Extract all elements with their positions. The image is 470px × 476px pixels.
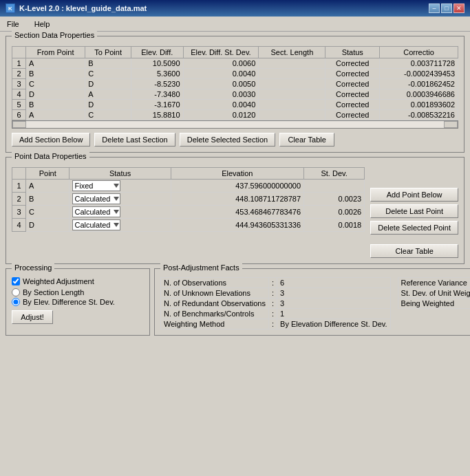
pt-col-status: Status bbox=[70, 168, 171, 180]
point-elevation[interactable]: 437.596000000000 bbox=[171, 180, 303, 193]
section-to[interactable]: D bbox=[85, 79, 131, 89]
delete-last-point-button[interactable]: Delete Last Point bbox=[370, 204, 458, 218]
section-to[interactable]: A bbox=[85, 89, 131, 100]
postadj-group: Post-Adjustment Facts N. of Observations… bbox=[154, 268, 470, 336]
section-correction[interactable]: 0.003711728 bbox=[380, 58, 458, 69]
point-status-cell[interactable]: FixedCalculated bbox=[70, 180, 171, 193]
delete-selected-section-button[interactable]: Delete Selected Section bbox=[180, 133, 275, 147]
section-from[interactable]: B bbox=[26, 100, 85, 110]
section-from[interactable]: A bbox=[26, 110, 85, 120]
postadj-value: 3 bbox=[277, 299, 391, 309]
delete-last-section-button[interactable]: Delete Last Section bbox=[94, 133, 175, 147]
point-status-select[interactable]: FixedCalculated bbox=[72, 206, 120, 217]
point-elevation[interactable]: 448.108711728787 bbox=[171, 193, 303, 206]
section-elev-std[interactable]: 0.0050 bbox=[183, 79, 259, 89]
section-sect-len[interactable] bbox=[259, 110, 325, 120]
section-to[interactable]: B bbox=[85, 58, 131, 69]
section-elev-diff[interactable]: 5.3600 bbox=[131, 69, 184, 79]
section-elev-std[interactable]: 0.0040 bbox=[183, 69, 259, 79]
section-table-row[interactable]: 6 A C 15.8810 0.0120 Corrected -0.008532… bbox=[12, 110, 458, 120]
by-elev-diff-radio[interactable] bbox=[12, 298, 20, 306]
col-header-to: To Point bbox=[85, 47, 131, 58]
section-elev-std[interactable]: 0.0030 bbox=[183, 89, 259, 100]
section-elev-std[interactable]: 0.0120 bbox=[183, 110, 259, 120]
point-table-row[interactable]: 2 B FixedCalculated 448.108711728787 0.0… bbox=[12, 193, 365, 206]
point-std[interactable]: 0.0026 bbox=[304, 206, 365, 219]
minimize-button[interactable]: – bbox=[429, 3, 440, 13]
section-correction[interactable]: -0.001862452 bbox=[380, 79, 458, 89]
point-name[interactable]: A bbox=[26, 180, 70, 193]
point-std[interactable] bbox=[304, 180, 365, 193]
postadj-colon: : bbox=[268, 309, 277, 319]
section-from[interactable]: B bbox=[26, 69, 85, 79]
point-elevation[interactable]: 444.943605331336 bbox=[171, 219, 303, 232]
point-std[interactable]: 0.0018 bbox=[304, 219, 365, 232]
point-std[interactable]: 0.0023 bbox=[304, 193, 365, 206]
section-correction[interactable]: 0.001893602 bbox=[380, 100, 458, 110]
close-button[interactable]: ✕ bbox=[453, 3, 464, 13]
point-status-select[interactable]: FixedCalculated bbox=[72, 193, 120, 204]
postadj-right-label: Being Weighted bbox=[398, 299, 470, 309]
section-table-row[interactable]: 4 D A -7.3480 0.0030 Corrected 0.0003946… bbox=[12, 89, 458, 100]
add-point-button[interactable]: Add Point Below bbox=[370, 188, 458, 202]
section-elev-std[interactable]: 0.0040 bbox=[183, 100, 259, 110]
section-table-row[interactable]: 5 B D -3.1670 0.0040 Corrected 0.0018936… bbox=[12, 100, 458, 110]
section-scrollbar[interactable] bbox=[12, 120, 458, 129]
section-to[interactable]: D bbox=[85, 100, 131, 110]
point-status-select[interactable]: FixedCalculated bbox=[72, 219, 120, 230]
section-sect-len[interactable] bbox=[259, 58, 325, 69]
section-correction[interactable]: 0.0003946686 bbox=[380, 89, 458, 100]
section-correction[interactable]: -0.0002439453 bbox=[380, 69, 458, 79]
section-to[interactable]: C bbox=[85, 69, 131, 79]
menu-file[interactable]: File bbox=[3, 19, 23, 30]
section-elev-std[interactable]: 0.0060 bbox=[183, 58, 259, 69]
point-name[interactable]: C bbox=[26, 206, 70, 219]
window-controls[interactable]: – □ ✕ bbox=[429, 3, 464, 13]
by-section-length-radio[interactable] bbox=[12, 288, 20, 296]
section-sect-len[interactable] bbox=[259, 79, 325, 89]
section-elev-diff[interactable]: -7.3480 bbox=[131, 89, 184, 100]
section-sect-len[interactable] bbox=[259, 100, 325, 110]
section-from[interactable]: C bbox=[26, 79, 85, 89]
section-elev-diff[interactable]: -8.5230 bbox=[131, 79, 184, 89]
weighted-adjustment-checkbox[interactable] bbox=[12, 277, 20, 285]
point-elevation[interactable]: 453.468467783476 bbox=[171, 206, 303, 219]
section-status[interactable]: Corrected bbox=[325, 110, 380, 120]
section-sect-len[interactable] bbox=[259, 89, 325, 100]
section-from[interactable]: A bbox=[26, 58, 85, 69]
maximize-button[interactable]: □ bbox=[441, 3, 452, 13]
postadj-colon: : bbox=[268, 319, 277, 329]
clear-section-table-button[interactable]: Clear Table bbox=[279, 133, 334, 147]
section-row-num: 2 bbox=[12, 69, 26, 79]
section-status[interactable]: Corrected bbox=[325, 58, 380, 69]
point-table-row[interactable]: 4 D FixedCalculated 444.943605331336 0.0… bbox=[12, 219, 365, 232]
section-from[interactable]: D bbox=[26, 89, 85, 100]
section-elev-diff[interactable]: 10.5090 bbox=[131, 58, 184, 69]
point-status-select[interactable]: FixedCalculated bbox=[72, 180, 120, 191]
adjust-button[interactable]: Adjust! bbox=[12, 310, 53, 324]
section-table-row[interactable]: 3 C D -8.5230 0.0050 Corrected -0.001862… bbox=[12, 79, 458, 89]
point-status-cell[interactable]: FixedCalculated bbox=[70, 219, 171, 232]
point-table-row[interactable]: 3 C FixedCalculated 453.468467783476 0.0… bbox=[12, 206, 365, 219]
menu-help[interactable]: Help bbox=[30, 19, 54, 30]
point-table-row[interactable]: 1 A FixedCalculated 437.596000000000 bbox=[12, 180, 365, 193]
add-section-button[interactable]: Add Section Below bbox=[12, 133, 90, 147]
section-status[interactable]: Corrected bbox=[325, 69, 380, 79]
section-status[interactable]: Corrected bbox=[325, 100, 380, 110]
point-status-cell[interactable]: FixedCalculated bbox=[70, 206, 171, 219]
clear-point-table-button[interactable]: Clear Table bbox=[370, 244, 458, 258]
section-table-row[interactable]: 2 B C 5.3600 0.0040 Corrected -0.0002439… bbox=[12, 69, 458, 79]
point-name[interactable]: D bbox=[26, 219, 70, 232]
section-status[interactable]: Corrected bbox=[325, 79, 380, 89]
section-to[interactable]: C bbox=[85, 110, 131, 120]
point-name[interactable]: B bbox=[26, 193, 70, 206]
section-correction[interactable]: -0.008532216 bbox=[380, 110, 458, 120]
section-sect-len[interactable] bbox=[259, 69, 325, 79]
section-table-scroll[interactable]: From Point To Point Elev. Diff. Elev. Di… bbox=[12, 46, 458, 120]
section-table-row[interactable]: 1 A B 10.5090 0.0060 Corrected 0.0037117… bbox=[12, 58, 458, 69]
point-status-cell[interactable]: FixedCalculated bbox=[70, 193, 171, 206]
section-elev-diff[interactable]: -3.1670 bbox=[131, 100, 184, 110]
delete-selected-point-button[interactable]: Delete Selected Point bbox=[370, 221, 458, 235]
section-elev-diff[interactable]: 15.8810 bbox=[131, 110, 184, 120]
section-status[interactable]: Corrected bbox=[325, 89, 380, 100]
